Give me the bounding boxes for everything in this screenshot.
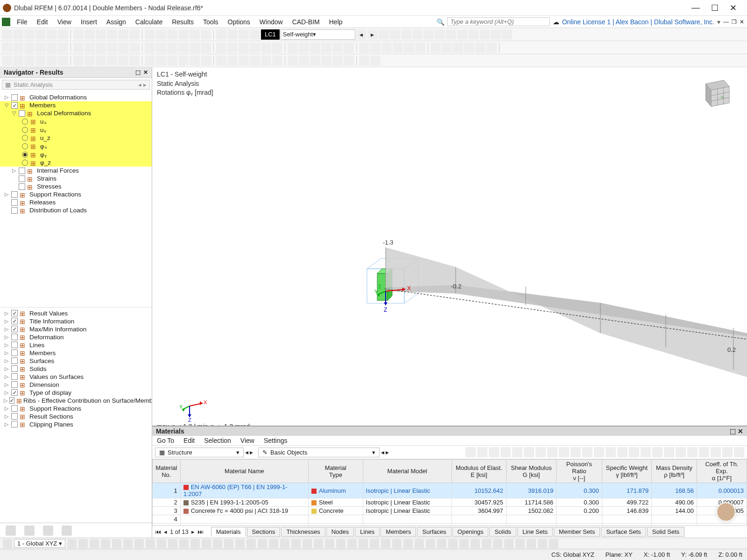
toolbar-button[interactable] [272,42,282,53]
status-tool-button[interactable] [403,539,413,548]
combo-next[interactable]: ▸ [250,448,253,456]
toolbar-button[interactable] [216,29,226,40]
status-tool-button[interactable] [280,539,289,548]
status-tool-button[interactable] [78,539,88,548]
toolbar-button[interactable] [178,29,189,40]
tree-node[interactable]: ▷⊞Support Reactions [0,405,152,413]
combo-next[interactable]: ▸ [143,81,147,88]
table-tool-button[interactable] [664,447,674,457]
toolbar-button[interactable] [85,29,95,40]
toolbar-button[interactable] [430,42,441,53]
checkbox[interactable] [19,168,25,174]
first-icon[interactable]: ⏮ [155,528,161,535]
tree-node[interactable]: ▷⊞Lines [0,341,152,349]
column-header[interactable]: Poisson's Ratioν [--] [557,460,602,483]
toolbar-button[interactable] [58,42,68,53]
toolbar-button[interactable] [156,42,166,53]
toolbar-button[interactable] [145,29,155,40]
checkbox[interactable] [11,365,18,372]
coord-system-combo[interactable]: 1 - Global XYZ ▾ [14,539,65,548]
table-tool-button[interactable] [489,447,499,457]
menu-insert[interactable]: Insert [76,17,102,27]
analysis-combo[interactable]: Static Analysis [14,81,53,88]
bottom-tab[interactable]: Members [381,527,416,537]
toolbar-button[interactable] [13,29,23,40]
close-button[interactable]: ✕ [730,3,737,13]
toolbar-button[interactable] [502,29,512,40]
toolbar-button[interactable] [145,56,155,66]
menu-options[interactable]: Options [223,17,255,27]
nav-views-icon[interactable] [24,525,35,536]
checkbox[interactable] [11,310,18,316]
toolbar-button[interactable] [227,42,238,53]
toolbar-button[interactable] [13,42,23,53]
snap-icon[interactable] [3,539,12,548]
table-row[interactable]: 4 [153,515,747,524]
toolbar-button[interactable] [96,29,106,40]
bottom-tab[interactable]: Line Sets [517,527,553,537]
status-tool-button[interactable] [459,539,469,548]
materials-menu-item[interactable]: Settings [264,437,288,444]
minimize-button[interactable]: — [691,3,700,13]
tree-node[interactable]: ⊞Releases [0,198,152,206]
status-tool-button[interactable] [527,539,536,548]
toolbar-button[interactable] [107,56,117,66]
menu-edit[interactable]: Edit [32,17,53,27]
tree-node[interactable]: ⊞Stresses [0,182,152,190]
toolbar-button[interactable] [216,42,226,53]
nav-data-icon[interactable] [6,525,16,536]
display-options-tree[interactable]: ▷⊞Result Values▷⊞Title Information▷⊞Max/… [0,307,152,523]
file-menu-icon[interactable] [2,18,10,26]
toolbar-button[interactable] [404,42,414,53]
toolbar-button[interactable] [24,42,35,53]
menu-cad-bim[interactable]: CAD-BIM [288,17,324,27]
table-tool-button[interactable] [512,447,522,457]
status-tool-button[interactable] [269,539,278,548]
checkbox[interactable] [11,334,18,340]
radio[interactable] [22,143,28,149]
toolbar-button[interactable] [167,29,177,40]
toolbar-button[interactable] [156,56,166,66]
table-tool-button[interactable] [617,447,627,457]
status-tool-button[interactable] [90,539,99,548]
table-row[interactable]: 2S235 | EN 1993-1-1:2005-05SteelIsotropi… [153,498,747,507]
checkbox[interactable] [11,326,18,332]
toolbar-button[interactable] [412,29,423,40]
tree-node[interactable]: ▷⊞Surfaces [0,357,152,365]
assistant-avatar[interactable] [716,502,736,522]
status-tool-button[interactable] [224,539,233,548]
toolbar-button[interactable] [216,56,226,66]
toolbar-button[interactable] [344,42,354,53]
toolbar-button[interactable] [239,56,249,66]
status-tool-button[interactable] [515,539,525,548]
table-row[interactable]: 3Concrete f'c = 4000 psi | ACI 318-19Con… [153,507,747,515]
toolbar-button[interactable] [442,42,452,53]
toolbar-button[interactable] [118,29,128,40]
table-tool-button[interactable] [641,447,651,457]
tree-node[interactable]: ▷⊞Dimension [0,381,152,389]
prev-icon[interactable]: ◂ [164,528,167,535]
toolbar-button[interactable] [156,29,166,40]
toolbar-button[interactable] [129,42,140,53]
toolbar-button[interactable] [250,42,260,53]
status-tool-button[interactable] [336,539,345,548]
toolbar-button[interactable] [85,56,95,66]
status-tool-button[interactable] [157,539,166,548]
toolbar-button[interactable] [310,42,320,53]
checkbox[interactable] [19,110,25,117]
status-tool-button[interactable] [415,539,424,548]
toolbar-button[interactable] [390,29,400,40]
status-tool-button[interactable] [381,539,390,548]
toolbar-button[interactable] [321,42,331,53]
toolbar-button[interactable] [118,56,128,66]
bottom-tab[interactable]: Solid Sets [647,527,685,537]
column-header[interactable]: Shear ModulusG [ksi] [506,460,557,483]
toolbar-button[interactable] [491,29,501,40]
table-tool-button[interactable] [676,447,686,457]
toolbar-button[interactable] [47,56,57,66]
tree-node[interactable]: ▷⊞Max/Min Information [0,325,152,333]
status-tool-button[interactable] [303,539,312,548]
checkbox[interactable] [9,397,14,404]
checkbox[interactable] [11,413,18,420]
structure-combo[interactable]: Structure [168,449,192,456]
